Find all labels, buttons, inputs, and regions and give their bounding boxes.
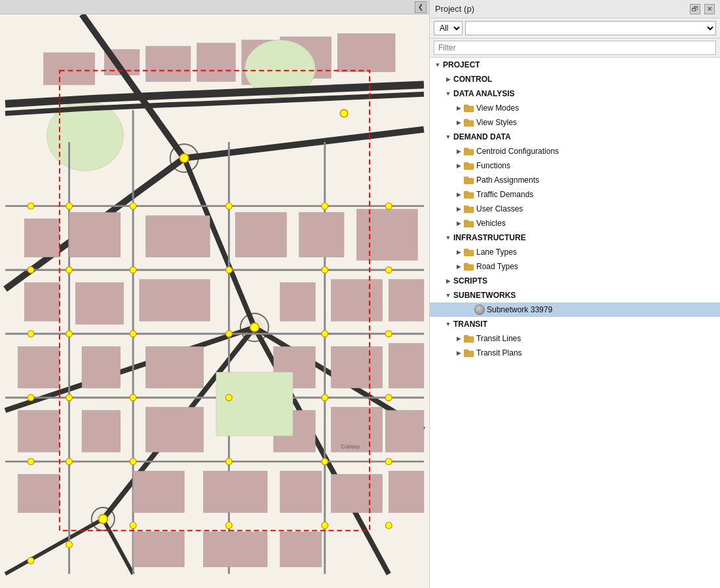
category-filter-dropdown[interactable] xyxy=(465,21,716,35)
tree-row-view-styles[interactable]: ▶ View Styles xyxy=(430,115,720,130)
label-transit-plans: Transit Plans xyxy=(476,348,522,358)
map-area[interactable]: ❮ xyxy=(0,0,429,588)
folder-icon-transit-plans xyxy=(464,348,474,358)
type-filter-dropdown[interactable]: All xyxy=(434,21,463,35)
folder-icon-functions xyxy=(464,161,474,170)
tree-node-vehicles: ▶ Vehicles xyxy=(430,216,720,230)
restore-button[interactable]: 🗗 xyxy=(690,4,700,14)
tree-row-view-modes[interactable]: ▶ View Modes xyxy=(430,101,720,115)
svg-rect-60 xyxy=(133,471,184,512)
expander-centroid-configs[interactable]: ▶ xyxy=(453,146,464,156)
expander-view-styles[interactable]: ▶ xyxy=(453,117,464,128)
svg-point-91 xyxy=(226,458,233,465)
folder-icon-traffic-demands xyxy=(464,190,474,199)
svg-point-100 xyxy=(28,331,34,337)
svg-point-73 xyxy=(66,203,73,210)
expander-data-analysis[interactable]: ▼ xyxy=(443,88,453,99)
svg-point-82 xyxy=(130,331,136,337)
svg-point-99 xyxy=(28,266,34,273)
expander-view-modes[interactable]: ▶ xyxy=(453,103,464,113)
svg-rect-67 xyxy=(280,532,321,567)
tree-row-scripts[interactable]: ▶ SCRIPTS xyxy=(430,274,720,288)
tree-row-lane-types[interactable]: ▶ Lane Types xyxy=(430,245,720,259)
tree-row-transit-plans[interactable]: ▶ Transit Plans xyxy=(430,346,720,360)
svg-point-97 xyxy=(385,394,392,401)
expander-demand-data[interactable]: ▼ xyxy=(443,132,453,142)
svg-rect-134 xyxy=(464,350,468,352)
expander-functions[interactable]: ▶ xyxy=(453,160,464,171)
svg-rect-1 xyxy=(44,53,95,85)
label-subnetwork-33979: Subnetwork 33979 xyxy=(487,305,552,314)
svg-rect-66 xyxy=(203,532,267,567)
tree-row-data-analysis[interactable]: ▼ DATA ANALYSIS xyxy=(430,86,720,101)
svg-rect-48 xyxy=(82,346,121,388)
tree-row-road-types[interactable]: ▶ Road Types xyxy=(430,259,720,274)
map-collapse-button[interactable]: ❮ xyxy=(415,1,426,13)
svg-point-107 xyxy=(385,523,392,529)
svg-rect-38 xyxy=(235,212,286,257)
tree-row-centroid-configs[interactable]: ▶ Centroid Configurations xyxy=(430,144,720,158)
svg-point-101 xyxy=(28,394,34,401)
svg-rect-47 xyxy=(18,346,60,388)
folder-icon-view-modes xyxy=(464,103,474,113)
expander-control[interactable]: ▶ xyxy=(443,74,453,84)
panel-title: Project (p) xyxy=(435,4,474,14)
expander-lane-types[interactable]: ▶ xyxy=(453,247,464,257)
label-transit-lines: Transit Lines xyxy=(476,334,521,343)
svg-rect-58 xyxy=(385,411,424,452)
expander-transit[interactable]: ▼ xyxy=(443,319,453,329)
tree-area[interactable]: ▼ PROJECT ▶ CONTROL ▼ DATA ANALYSIS xyxy=(430,58,720,588)
svg-rect-112 xyxy=(464,105,468,107)
expander-subnetworks[interactable]: ▼ xyxy=(443,290,453,301)
expander-transit-lines[interactable]: ▶ xyxy=(453,333,464,344)
tree-row-infrastructure[interactable]: ▼ INFRASTRUCTURE xyxy=(430,230,720,245)
expander-transit-plans[interactable]: ▶ xyxy=(453,348,464,358)
folder-icon-lane-types xyxy=(464,248,474,257)
svg-point-106 xyxy=(322,523,328,529)
svg-point-98 xyxy=(28,203,34,210)
tree-row-functions[interactable]: ▶ Functions xyxy=(430,158,720,173)
label-view-modes: View Modes xyxy=(476,103,519,113)
subnetwork-icon-33979 xyxy=(474,304,485,315)
tree-row-transit[interactable]: ▼ TRANSIT xyxy=(430,317,720,331)
expander-vehicles[interactable]: ▶ xyxy=(453,218,464,229)
svg-rect-62 xyxy=(280,471,321,512)
tree-row-project[interactable]: ▼ PROJECT xyxy=(430,58,720,72)
filter-input[interactable] xyxy=(434,41,716,55)
expander-infrastructure[interactable]: ▼ xyxy=(443,232,453,243)
svg-rect-44 xyxy=(280,283,315,322)
tree-row-subnetworks[interactable]: ▼ SUBNETWORKS xyxy=(430,288,720,303)
expander-traffic-demands[interactable]: ▶ xyxy=(453,189,464,200)
label-subnetworks: SUBNETWORKS xyxy=(453,291,516,300)
svg-point-92 xyxy=(322,458,328,465)
svg-rect-35 xyxy=(24,219,60,257)
tree-node-traffic-demands: ▶ Traffic Demands xyxy=(430,187,720,202)
label-infrastructure: INFRASTRUCTURE xyxy=(453,233,526,242)
tree-row-traffic-demands[interactable]: ▶ Traffic Demands xyxy=(430,187,720,202)
svg-point-108 xyxy=(66,542,73,548)
tree-node-demand-data: ▼ DEMAND DATA xyxy=(430,130,720,144)
svg-point-85 xyxy=(66,394,73,401)
svg-point-102 xyxy=(28,458,34,465)
panel-header: Project (p) 🗗 ✕ xyxy=(430,0,720,18)
svg-point-93 xyxy=(385,458,392,465)
tree-row-transit-lines[interactable]: ▶ Transit Lines xyxy=(430,331,720,346)
tree-row-subnetwork-33979[interactable]: Subnetwork 33979 xyxy=(430,303,720,317)
svg-point-109 xyxy=(28,557,34,564)
expander-scripts[interactable]: ▶ xyxy=(443,276,453,286)
tree-row-user-classes[interactable]: ▶ User Classes xyxy=(430,202,720,216)
svg-point-86 xyxy=(130,394,136,401)
tree-row-vehicles[interactable]: ▶ Vehicles xyxy=(430,216,720,230)
svg-point-78 xyxy=(130,266,136,273)
expander-road-types[interactable]: ▶ xyxy=(453,261,464,272)
label-vehicles: Vehicles xyxy=(476,219,506,228)
tree-row-demand-data[interactable]: ▼ DEMAND DATA xyxy=(430,130,720,144)
expander-user-classes[interactable]: ▶ xyxy=(453,204,464,214)
tree-row-path-assignments[interactable]: ▶ Path Assignments xyxy=(430,173,720,187)
label-transit: TRANSIT xyxy=(453,320,487,329)
close-button[interactable]: ✕ xyxy=(704,4,715,14)
tree-node-road-types: ▶ Road Types xyxy=(430,259,720,274)
expander-project[interactable]: ▼ xyxy=(432,60,443,70)
tree-node-view-styles: ▶ View Styles xyxy=(430,115,720,130)
tree-row-control[interactable]: ▶ CONTROL xyxy=(430,72,720,86)
